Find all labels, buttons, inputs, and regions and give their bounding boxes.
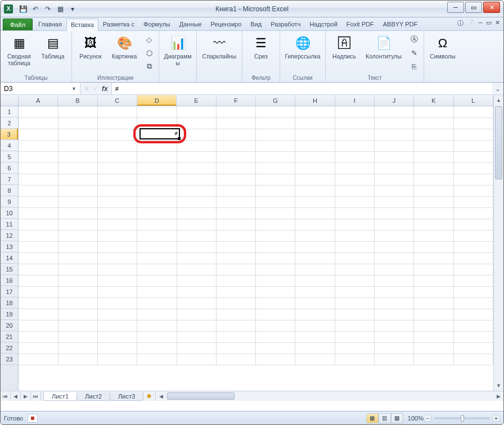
cell-L8[interactable] — [453, 185, 493, 196]
cell-G18[interactable] — [256, 297, 295, 309]
cell-L2[interactable] — [453, 117, 493, 129]
sheet-next-icon[interactable]: ▶ — [21, 391, 31, 401]
cell-J11[interactable] — [375, 219, 414, 230]
cell-E19[interactable] — [177, 309, 216, 320]
cell-D6[interactable] — [137, 162, 177, 174]
cell-E9[interactable] — [177, 196, 216, 207]
cell-C2[interactable] — [98, 117, 137, 129]
row-header-4[interactable]: 4 — [1, 140, 18, 151]
tab-formulas[interactable]: Формулы — [139, 18, 175, 30]
picture-button[interactable]: 🖼 Рисунок — [74, 32, 107, 62]
cell-G22[interactable] — [256, 342, 295, 354]
cell-B23[interactable] — [58, 354, 97, 365]
sheet-tab-2[interactable]: Лист2 — [76, 392, 110, 401]
zoom-slider[interactable] — [434, 417, 490, 419]
cell-B16[interactable] — [58, 275, 97, 286]
scroll-down-icon[interactable]: ▼ — [494, 381, 503, 391]
cell-B22[interactable] — [58, 342, 97, 354]
tab-foxit[interactable]: Foxit PDF — [342, 18, 379, 30]
cell-D1[interactable] — [137, 106, 177, 117]
cell-E11[interactable] — [177, 219, 216, 230]
cell-A10[interactable] — [19, 207, 58, 219]
cell-I13[interactable] — [335, 241, 374, 252]
cell-K8[interactable] — [414, 185, 453, 196]
cell-H1[interactable] — [295, 106, 335, 117]
cell-H23[interactable] — [295, 354, 335, 365]
cell-E4[interactable] — [177, 140, 216, 151]
cell-J17[interactable] — [375, 286, 414, 297]
row-header-11[interactable]: 11 — [1, 219, 18, 230]
tab-review[interactable]: Рецензиро — [206, 18, 246, 30]
macro-record-icon[interactable] — [28, 414, 38, 423]
formula-bar-expand-icon[interactable]: ⌄ — [492, 83, 503, 94]
cell-G2[interactable] — [256, 117, 295, 129]
cell-D8[interactable] — [137, 185, 177, 196]
worksheet-grid[interactable]: ABCDEFGHIJKL 123456789101112131415161718… — [1, 95, 503, 401]
col-header-E[interactable]: E — [177, 95, 216, 106]
cell-H12[interactable] — [295, 230, 335, 241]
cell-K15[interactable] — [414, 264, 453, 275]
view-pagebreak-icon[interactable]: ▩ — [391, 413, 403, 423]
cell-H6[interactable] — [295, 162, 335, 174]
col-header-D[interactable]: D — [137, 95, 177, 106]
cell-H4[interactable] — [295, 140, 335, 151]
cell-H15[interactable] — [295, 264, 335, 275]
col-header-K[interactable]: K — [414, 95, 453, 106]
cell-J7[interactable] — [375, 174, 414, 185]
vertical-scrollbar[interactable]: ▲ ▼ — [493, 95, 503, 391]
cell-D14[interactable] — [137, 252, 177, 264]
cell-B3[interactable] — [58, 129, 97, 140]
cell-D17[interactable] — [137, 286, 177, 297]
col-header-C[interactable]: C — [98, 95, 137, 106]
cell-I6[interactable] — [335, 162, 374, 174]
cell-L3[interactable] — [453, 129, 493, 140]
cell-J12[interactable] — [375, 230, 414, 241]
cell-D16[interactable] — [137, 275, 177, 286]
cell-G13[interactable] — [256, 241, 295, 252]
cell-C10[interactable] — [98, 207, 137, 219]
cell-E22[interactable] — [177, 342, 216, 354]
cell-D3[interactable] — [137, 129, 177, 140]
cell-A9[interactable] — [19, 196, 58, 207]
cell-L19[interactable] — [453, 309, 493, 320]
cell-D19[interactable] — [137, 309, 177, 320]
row-header-3[interactable]: 3 — [1, 129, 18, 140]
cell-F22[interactable] — [216, 342, 255, 354]
cell-E5[interactable] — [177, 151, 216, 162]
cell-A11[interactable] — [19, 219, 58, 230]
cell-J23[interactable] — [375, 354, 414, 365]
cell-I5[interactable] — [335, 151, 374, 162]
headerfooter-button[interactable]: 📄 Колонтитулы — [362, 32, 406, 62]
row-header-12[interactable]: 12 — [1, 230, 18, 241]
cell-C17[interactable] — [98, 286, 137, 297]
cell-F16[interactable] — [216, 275, 255, 286]
cell-E20[interactable] — [177, 320, 216, 331]
row-header-10[interactable]: 10 — [1, 207, 18, 219]
cell-E10[interactable] — [177, 207, 216, 219]
cell-B2[interactable] — [58, 117, 97, 129]
cell-G20[interactable] — [256, 320, 295, 331]
cell-K4[interactable] — [414, 140, 453, 151]
cell-D7[interactable] — [137, 174, 177, 185]
cell-D10[interactable] — [137, 207, 177, 219]
cell-F4[interactable] — [216, 140, 255, 151]
cell-I7[interactable] — [335, 174, 374, 185]
cell-J21[interactable] — [375, 331, 414, 342]
cell-F13[interactable] — [216, 241, 255, 252]
cell-A16[interactable] — [19, 275, 58, 286]
cell-E13[interactable] — [177, 241, 216, 252]
row-header-8[interactable]: 8 — [1, 185, 18, 196]
cell-D15[interactable] — [137, 264, 177, 275]
cell-A1[interactable] — [19, 106, 58, 117]
mdi-close-icon[interactable]: ✕ — [495, 19, 500, 28]
cell-K16[interactable] — [414, 275, 453, 286]
cell-C5[interactable] — [98, 151, 137, 162]
cell-A22[interactable] — [19, 342, 58, 354]
cell-K23[interactable] — [414, 354, 453, 365]
cell-C20[interactable] — [98, 320, 137, 331]
cell-I3[interactable] — [335, 129, 374, 140]
cell-C13[interactable] — [98, 241, 137, 252]
scroll-up-icon[interactable]: ▲ — [494, 95, 503, 105]
cell-J16[interactable] — [375, 275, 414, 286]
col-header-L[interactable]: L — [454, 95, 493, 106]
